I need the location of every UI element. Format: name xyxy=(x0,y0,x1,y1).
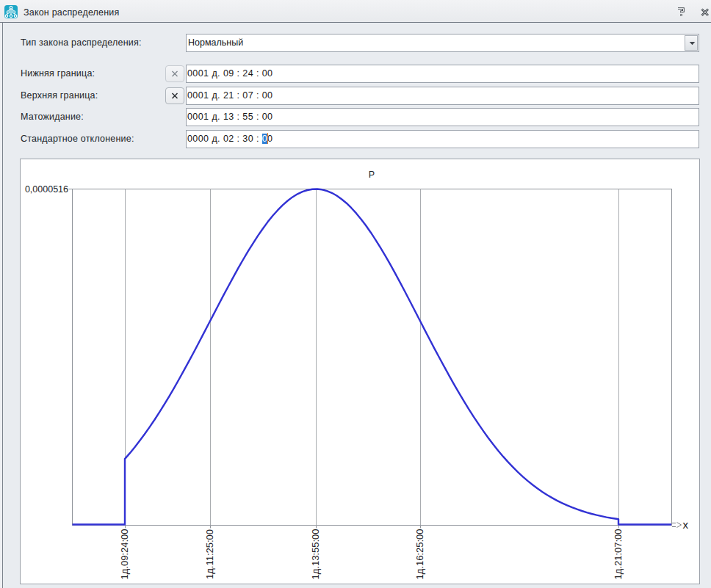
svg-text:1д.21:07:00: 1д.21:07:00 xyxy=(613,529,624,579)
svg-text:x: x xyxy=(683,518,689,531)
svg-text:1д.09:24:00: 1д.09:24:00 xyxy=(119,529,130,579)
svg-text:P: P xyxy=(369,170,375,180)
svg-text:0,0000516: 0,0000516 xyxy=(25,184,68,195)
svg-text:1д.13:55:00: 1д.13:55:00 xyxy=(310,529,321,579)
svg-text:1д.16:25:00: 1д.16:25:00 xyxy=(414,529,425,579)
svg-text:1д.11:25:00: 1д.11:25:00 xyxy=(204,529,215,579)
